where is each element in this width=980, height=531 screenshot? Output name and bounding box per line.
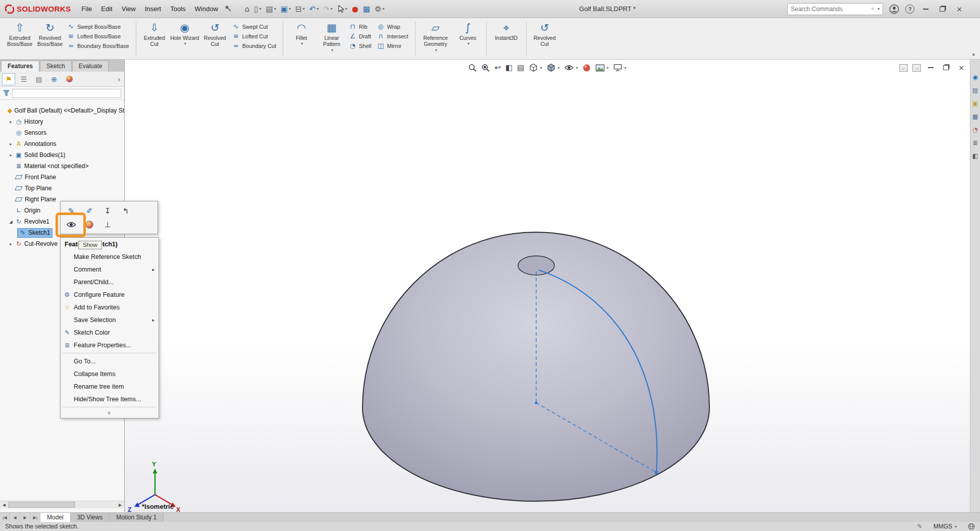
back-icon[interactable]: ↰ [120,205,131,217]
tree-item-history[interactable]: ▸ ◷ History [0,116,124,127]
tree-item-top-plane[interactable]: Top Plane [0,183,124,194]
dynamic-annotation-views-button[interactable]: ▤ [517,63,524,72]
3dexperience-pane-icon[interactable]: ◉ [972,74,977,81]
scrollbar-thumb[interactable] [8,502,75,508]
appearances-pane-icon[interactable]: ◔ [972,126,977,133]
new-document-button[interactable]: ▯▾ [252,4,263,15]
mirror-button[interactable]: ◫Mirror [375,41,411,50]
reference-geometry-button[interactable]: ▱ Reference Geometry ▾ [419,20,452,58]
3dexperience-badge-button[interactable]: ● [350,4,360,15]
configuration-manager-tab[interactable]: ▤ [32,73,45,85]
scroll-left-icon[interactable]: ◀ [0,503,8,507]
menu-item-parent-child[interactable]: Parent/Child... [61,276,159,288]
tab-3d-views[interactable]: 3D Views [71,513,110,522]
selected-tree-item[interactable]: ✎ Sketch1 [17,228,53,238]
menu-file[interactable]: File [77,3,96,15]
design-library-icon[interactable]: ▤ [972,87,978,94]
restore-button[interactable] [940,7,945,12]
menu-item-add-to-favorites[interactable]: ☆Add to Favorites [61,301,159,313]
draft-button[interactable]: ∠Draft [347,32,374,40]
tree-item-front-plane[interactable]: Front Plane [0,172,124,183]
menu-item-sketch-color[interactable]: ✎Sketch Color [61,326,159,339]
boundary-boss-base-button[interactable]: ≈Boundary Boss/Base [66,41,132,50]
flyout-arrow-icon[interactable]: ▾ [468,41,470,46]
dropdown-icon[interactable]: ▾ [557,66,559,70]
display-manager-tab[interactable] [63,73,76,85]
menu-view[interactable]: View [117,3,140,15]
previous-document-icon[interactable]: ← [899,64,908,72]
pin-menu-icon[interactable] [225,5,231,13]
menu-item-configure-feature[interactable]: ⚙Configure Feature [61,288,159,301]
linear-pattern-button[interactable]: ▦ Linear Pattern ▾ [317,20,346,58]
tab-motion-study-1[interactable]: Motion Study 1 [110,513,164,522]
instant3d-button[interactable]: ⌖ Instant3D [490,20,523,58]
menu-item-collapse-items[interactable]: Collapse Items [61,367,159,380]
units-selector[interactable]: MMGS ▾ [934,523,957,530]
user-account-icon[interactable] [889,4,899,14]
tab-model[interactable]: Model [40,513,71,522]
tab-scroll-first-icon[interactable]: |◀ [0,513,10,522]
document-close-button[interactable]: × [956,64,967,72]
menu-item-make-reference-sketch[interactable]: Make Reference Sketch [61,250,159,263]
expander-icon[interactable]: ▸ [8,142,14,146]
lofted-boss-base-button[interactable]: ≋Lofted Boss/Base [66,32,132,40]
feature-manager-tab[interactable]: ⚑ [2,73,15,85]
menu-item-rename-tree-item[interactable]: Rename tree item [61,380,159,393]
manager-tabs-expand-icon[interactable]: › [116,75,122,83]
dropdown-icon[interactable]: ▾ [345,7,347,11]
sketch-point-center[interactable] [535,401,537,404]
tree-item-annotations[interactable]: ▸ A Annotations [0,138,124,149]
curves-button[interactable]: ∫ Curves ▾ [453,20,483,58]
menu-item-hide-show-tree-items[interactable]: Hide/Show Tree Items... [61,393,159,405]
revolved-boss-base-button[interactable]: ↻ Revolved Boss/Base [35,20,65,58]
view-orientation-button[interactable]: ▾ [529,63,542,72]
print-button[interactable]: ⊟▾ [294,4,306,15]
rib-button[interactable]: ⊓Rib [347,22,374,31]
collapse-ribbon-icon[interactable]: ▴ [972,50,975,57]
boundary-cut-button[interactable]: ≈Boundary Cut [231,41,279,50]
fillet-button[interactable]: ◠ Fillet ▾ [287,20,316,58]
search-icon[interactable] [871,6,874,12]
close-button[interactable]: × [954,5,965,13]
dropdown-icon[interactable]: ▾ [540,66,542,70]
home-button[interactable]: ⌂ [243,4,251,15]
zoom-to-area-button[interactable] [481,64,490,72]
revolved-cut-2-button[interactable]: ↺ Revolved Cut [530,20,559,58]
menu-item-feature-properties[interactable]: ≣Feature Properties... [61,339,159,351]
dropdown-icon[interactable]: ▾ [625,66,627,70]
property-manager-tab[interactable]: ☰ [17,73,30,85]
menu-item-save-selection[interactable]: Save Selection▸ [61,313,159,326]
search-dropdown-icon[interactable]: ▾ [878,7,880,11]
lofted-cut-button[interactable]: ≋Lofted Cut [231,32,279,40]
flyout-arrow-icon[interactable]: ▾ [435,48,437,52]
forum-pane-icon[interactable]: ◧ [972,152,978,160]
zoom-to-fit-button[interactable] [468,64,477,72]
globe-icon[interactable] [968,523,975,530]
custom-properties-icon[interactable]: ≣ [972,139,977,146]
dropdown-icon[interactable]: ▾ [606,66,608,70]
dropdown-icon[interactable]: ▾ [303,7,305,11]
search-commands-box[interactable]: ▾ [787,3,883,15]
dropdown-icon[interactable]: ▾ [576,66,578,70]
previous-view-button[interactable]: ↩ [494,63,501,72]
tab-scroll-next-icon[interactable]: ▶ [20,513,30,522]
redo-button[interactable]: ↷▾ [322,4,334,15]
dropdown-icon[interactable]: ▾ [383,7,385,11]
sketch-point-end[interactable] [655,471,658,474]
hole-wizard-button[interactable]: ◉ Hole Wizard ▾ [170,20,199,58]
select-button[interactable]: ▾ [336,4,349,14]
minimize-button[interactable] [923,9,929,10]
menu-item-go-to[interactable]: Go To... [61,355,159,367]
file-explorer-icon[interactable]: ▣ [972,100,978,107]
shell-button[interactable]: ◔Shell [347,41,374,50]
panel-horizontal-scrollbar[interactable]: ◀ ▶ [0,501,124,508]
options-button[interactable]: ⚙▾ [373,4,386,15]
tree-item-solid-bodies[interactable]: ▸ ▣ Solid Bodies(1) [0,149,124,161]
apply-scene-button[interactable]: ▾ [595,64,608,72]
tab-sketch[interactable]: Sketch [40,61,72,72]
menu-expand-chevron[interactable]: » [61,409,159,417]
menu-item-comment[interactable]: Comment▸ [61,263,159,276]
menu-insert[interactable]: Insert [140,3,166,15]
toolbox-button[interactable]: ▦ [362,4,372,15]
extruded-boss-base-button[interactable]: ⇧ Extruded Boss/Base [5,20,34,58]
